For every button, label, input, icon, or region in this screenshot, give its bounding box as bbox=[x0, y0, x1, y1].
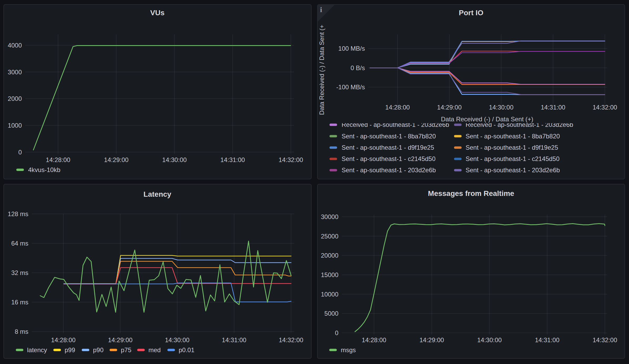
svg-text:20000: 20000 bbox=[321, 252, 338, 259]
svg-text:i: i bbox=[320, 6, 322, 14]
svg-text:14:32:00: 14:32:00 bbox=[592, 104, 617, 111]
svg-text:14:31:00: 14:31:00 bbox=[222, 336, 246, 344]
svg-text:-100 MB/s: -100 MB/s bbox=[336, 84, 365, 91]
svg-text:0 B/s: 0 B/s bbox=[350, 64, 365, 71]
svg-text:14:30:00: 14:30:00 bbox=[489, 104, 513, 111]
svg-text:14:31:00: 14:31:00 bbox=[535, 336, 559, 344]
svg-text:Sent - ap-southeast-1 - d9f19e: Sent - ap-southeast-1 - d9f19e25 bbox=[342, 144, 434, 151]
svg-text:Sent - ap-southeast-1 - c2145d: Sent - ap-southeast-1 - c2145d50 bbox=[466, 155, 560, 162]
svg-text:p75: p75 bbox=[121, 346, 131, 353]
svg-text:Sent - ap-southeast-1 - c2145d: Sent - ap-southeast-1 - c2145d50 bbox=[342, 155, 436, 162]
svg-text:100 MB/s: 100 MB/s bbox=[338, 45, 365, 52]
svg-text:2000: 2000 bbox=[8, 95, 22, 102]
svg-text:14:29:00: 14:29:00 bbox=[108, 336, 132, 344]
svg-text:Data Received (-) / Data Sent: Data Received (-) / Data Sent (+) bbox=[441, 116, 533, 123]
svg-text:14:30:00: 14:30:00 bbox=[477, 336, 502, 344]
svg-text:Data Received (-) / Data Sent: Data Received (-) / Data Sent (+ bbox=[318, 25, 325, 115]
svg-text:128 ms: 128 ms bbox=[8, 210, 28, 217]
svg-text:p0.01: p0.01 bbox=[179, 346, 194, 353]
svg-text:p90: p90 bbox=[93, 346, 104, 353]
svg-text:Sent - ap-southeast-1 - 203d2e: Sent - ap-southeast-1 - 203d2e6b bbox=[342, 167, 436, 174]
svg-text:14:32:00: 14:32:00 bbox=[593, 336, 617, 344]
svg-text:14:30:00: 14:30:00 bbox=[165, 336, 189, 344]
svg-text:32 ms: 32 ms bbox=[11, 269, 28, 276]
svg-text:Sent - ap-southeast-1 - d9f19e: Sent - ap-southeast-1 - d9f19e25 bbox=[466, 144, 558, 151]
svg-text:10000: 10000 bbox=[321, 291, 338, 298]
svg-text:14:28:00: 14:28:00 bbox=[362, 336, 386, 344]
svg-text:14:29:00: 14:29:00 bbox=[104, 156, 128, 163]
svg-text:p99: p99 bbox=[65, 346, 75, 353]
svg-text:25000: 25000 bbox=[321, 233, 338, 240]
svg-text:4kvus-10kb: 4kvus-10kb bbox=[28, 166, 60, 173]
svg-text:3000: 3000 bbox=[8, 69, 22, 76]
svg-text:14:28:00: 14:28:00 bbox=[51, 336, 75, 344]
svg-text:64 ms: 64 ms bbox=[11, 240, 28, 247]
svg-text:Sent - ap-southeast-1 - 203d2e: Sent - ap-southeast-1 - 203d2e6b bbox=[466, 167, 560, 174]
svg-text:latency: latency bbox=[27, 346, 47, 353]
svg-text:15000: 15000 bbox=[321, 271, 338, 278]
svg-text:14:29:00: 14:29:00 bbox=[437, 104, 462, 111]
svg-text:5000: 5000 bbox=[324, 310, 338, 317]
svg-text:14:28:00: 14:28:00 bbox=[46, 156, 70, 163]
svg-text:Sent - ap-southeast-1 - 8ba7b8: Sent - ap-southeast-1 - 8ba7b820 bbox=[466, 133, 560, 140]
svg-text:Port IO: Port IO bbox=[459, 9, 483, 17]
svg-text:8 ms: 8 ms bbox=[15, 328, 28, 335]
svg-text:Latency: Latency bbox=[143, 190, 171, 198]
svg-text:14:28:00: 14:28:00 bbox=[385, 104, 410, 111]
svg-text:med: med bbox=[148, 346, 161, 353]
svg-text:16 ms: 16 ms bbox=[11, 299, 28, 306]
svg-text:Messages from Realtime: Messages from Realtime bbox=[428, 189, 514, 197]
svg-text:14:32:00: 14:32:00 bbox=[279, 156, 303, 163]
svg-text:14:31:00: 14:31:00 bbox=[220, 156, 245, 163]
svg-text:msgs: msgs bbox=[341, 346, 356, 353]
svg-text:4000: 4000 bbox=[8, 42, 22, 49]
svg-text:Sent - ap-southeast-1 - 8ba7b8: Sent - ap-southeast-1 - 8ba7b820 bbox=[342, 133, 436, 140]
svg-text:1000: 1000 bbox=[8, 122, 22, 129]
svg-text:0: 0 bbox=[335, 329, 338, 336]
svg-text:30000: 30000 bbox=[321, 213, 338, 220]
svg-text:14:30:00: 14:30:00 bbox=[162, 156, 187, 163]
svg-text:0: 0 bbox=[18, 149, 22, 156]
svg-text:14:31:00: 14:31:00 bbox=[541, 104, 565, 111]
svg-text:14:29:00: 14:29:00 bbox=[419, 336, 444, 344]
svg-text:14:32:00: 14:32:00 bbox=[279, 336, 303, 344]
svg-text:VUs: VUs bbox=[150, 9, 164, 17]
